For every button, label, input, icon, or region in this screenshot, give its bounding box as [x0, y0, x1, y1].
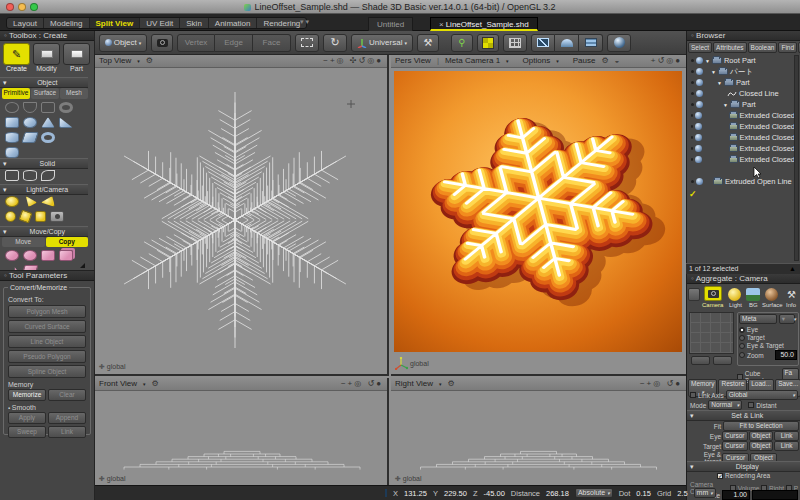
primitive-ring-icon[interactable] [59, 102, 73, 113]
orbit-icon[interactable]: ↺ [367, 379, 376, 388]
smooth-apply-button[interactable]: Apply [8, 412, 46, 424]
tab-skin[interactable]: Skin [180, 18, 209, 28]
visibility-dot[interactable] [691, 125, 694, 128]
camera-mode-button[interactable] [151, 34, 173, 52]
tree-row[interactable]: Closed Line [687, 88, 795, 99]
view-menu-icon[interactable]: ● [376, 56, 383, 65]
rendering-area-checkbox[interactable]: ✓ [717, 473, 723, 479]
eye-cursor-button[interactable]: Cursor [722, 431, 748, 441]
move-copy-section-header[interactable]: ▾Move/Copy [0, 226, 88, 237]
orbit-icon[interactable]: ↺ [657, 56, 666, 65]
tab-copy[interactable]: Copy [46, 237, 89, 247]
visibility-dot[interactable] [691, 114, 694, 117]
hiddenline-display-button[interactable] [555, 34, 579, 52]
visibility-dot[interactable] [691, 70, 694, 73]
primitive-square-icon[interactable] [41, 102, 55, 113]
top-view-canvas[interactable] [95, 68, 389, 377]
smooth-sweep-button[interactable]: Sweep [8, 426, 46, 438]
tab-rendering[interactable]: Rendering [257, 18, 306, 28]
tab-primitive[interactable]: Primitive [2, 88, 30, 99]
object-section-header[interactable]: ▾Object [0, 77, 88, 88]
solid-cylinder-icon[interactable] [23, 170, 37, 181]
zoom-out-icon[interactable]: − [323, 56, 330, 65]
visibility-dot[interactable] [691, 147, 694, 150]
spot-light-icon[interactable] [23, 196, 37, 207]
face-mode-button[interactable]: Face [253, 34, 291, 52]
camera-select[interactable]: Meta Camera 1 [445, 55, 500, 67]
view-menu-icon[interactable]: ● [675, 379, 682, 388]
document-tab-inactive[interactable]: Untitled [368, 17, 413, 31]
tab-split-view[interactable]: Split View [90, 18, 141, 28]
solid-sweep-icon[interactable] [41, 170, 55, 181]
magnifier-icon[interactable]: ◎ [337, 56, 346, 65]
tree-row[interactable]: ▼Part [687, 77, 795, 88]
browser-attributes-button[interactable]: Attributes [713, 42, 746, 53]
front-view-header[interactable]: Front View▾ ⚙ −+◎ ↺● [95, 378, 387, 391]
set-link-header[interactable]: ▾Set & Link [687, 410, 800, 421]
scroll-corner-icon[interactable] [80, 263, 85, 268]
render-toggle[interactable] [695, 156, 701, 163]
camera-tab[interactable] [704, 286, 722, 301]
toolbox-part-button[interactable]: Part [63, 43, 90, 76]
grid-toggle-button[interactable] [503, 34, 527, 52]
browser-header[interactable]: ◦ Browser [687, 31, 800, 41]
display-header[interactable]: ▾Display [687, 461, 800, 472]
eye-object-button[interactable]: Object [749, 431, 774, 441]
expand-icon[interactable]: ▼ [705, 58, 710, 64]
primitive-cylinder-icon[interactable] [5, 132, 19, 143]
target-object-button[interactable]: Object [749, 441, 774, 451]
gear-icon[interactable]: ⚙ [152, 378, 159, 390]
toolbox-modify-button[interactable]: Modify [33, 43, 60, 76]
smooth-append-button[interactable]: Append [48, 412, 86, 424]
zoom-in-icon[interactable]: + [330, 56, 337, 65]
link-axis-checkbox[interactable] [690, 392, 696, 398]
vertex-mode-button[interactable]: Vertex [177, 34, 215, 52]
memorize-button[interactable]: Memorize [8, 389, 46, 401]
zoom-out-icon[interactable]: − [640, 379, 647, 388]
quad-view-button[interactable] [477, 34, 499, 52]
front-view-canvas[interactable] [95, 391, 389, 486]
expand-icon[interactable]: ▼ [711, 69, 716, 75]
right-view-header[interactable]: Right View▾ ⚙ −+◎ ↺● [391, 378, 686, 391]
tree-row[interactable]: Extruded Closed [687, 132, 795, 143]
document-tab-active[interactable]: ×LineOffset_Sample.shd [430, 17, 538, 31]
viewport-title[interactable]: Top View [99, 55, 131, 67]
toolbox-create-button[interactable]: ✎ Create [3, 43, 30, 76]
target-radio[interactable] [739, 335, 745, 341]
primitive-half-icon[interactable] [23, 102, 37, 113]
meta-sub-dropdown[interactable]: ▾ [779, 314, 795, 324]
rotate-tool-button[interactable]: ↻ [323, 34, 347, 52]
viewport-title[interactable]: Pers View [395, 55, 431, 67]
close-tab-icon[interactable]: × [439, 20, 444, 29]
visibility-dot[interactable] [691, 180, 694, 183]
visibility-dot[interactable] [691, 81, 694, 84]
copy-sphere-icon[interactable] [23, 250, 37, 261]
unit-dropdown[interactable]: mm ▾ [694, 488, 716, 498]
info-tab[interactable]: ⚒ [785, 288, 798, 301]
tab-uv-edit[interactable]: UV Edit [140, 18, 180, 28]
preview-button-left[interactable] [691, 356, 710, 365]
comment-icon[interactable]: ◒ [615, 55, 620, 67]
render-toggle[interactable] [695, 134, 701, 141]
tab-layout[interactable]: Layout [7, 18, 44, 28]
eye-link-button[interactable]: Link [774, 431, 799, 441]
orbit-icon[interactable]: ↺ [666, 379, 675, 388]
target-link-button[interactable]: Link [774, 441, 799, 451]
copy-rotate-icon[interactable] [5, 250, 19, 261]
visibility-dot[interactable] [691, 136, 694, 139]
tab-move[interactable]: Move [2, 237, 45, 247]
pose-tool-button[interactable]: ⚒ [417, 34, 439, 52]
surface-tab[interactable] [765, 288, 778, 301]
convert-pseudo-polygon-button[interactable]: Pseudo Polygon [8, 350, 86, 363]
solid-section-header[interactable]: ▾Solid [0, 158, 88, 169]
pers-view-header[interactable]: Pers View| Meta Camera 1▾ Options▾ Pause… [391, 55, 686, 68]
visibility-dot[interactable] [691, 103, 694, 106]
visibility-dot[interactable] [691, 92, 694, 95]
viewport-title[interactable]: Front View [99, 378, 137, 390]
point-light-icon[interactable] [5, 211, 16, 222]
render-preview-button[interactable] [607, 34, 631, 52]
render-toggle[interactable] [696, 57, 703, 64]
render-toggle[interactable] [696, 79, 703, 86]
tree-row[interactable]: Extruded Closed [687, 110, 795, 121]
link-axis-dropdown[interactable]: Global ▾ [726, 390, 798, 400]
